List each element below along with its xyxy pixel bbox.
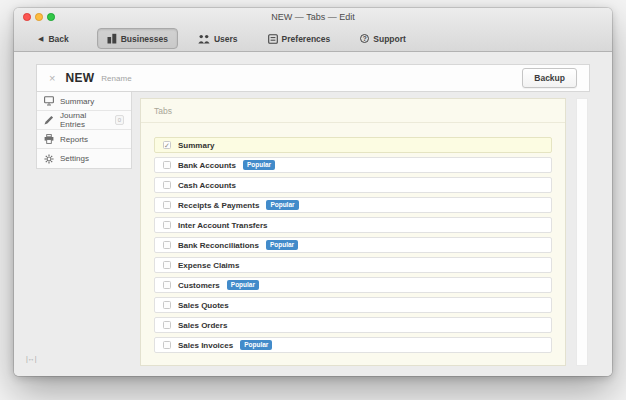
tab-row-label: Sales Quotes: [178, 301, 229, 310]
tab-support-label: Support: [373, 34, 406, 44]
tab-businesses-label: Businesses: [121, 34, 168, 44]
sidebar-item-label: Summary: [60, 97, 94, 106]
scrollbar-track[interactable]: [576, 98, 588, 366]
sidebar-item-reports[interactable]: Reports: [37, 130, 131, 149]
tab-support[interactable]: ? Support: [350, 29, 416, 49]
tab-preferences[interactable]: Preferences: [258, 29, 341, 49]
tabs-panel: Tabs ✓ Summary Bank Accounts Popular Cas…: [140, 98, 566, 366]
tab-users-label: Users: [214, 34, 238, 44]
sidebar: Summary Journal Entries 0 Reports Setti: [36, 92, 132, 169]
tab-row-label: Sales Invoices: [178, 341, 233, 350]
window-title: NEW — Tabs — Edit: [14, 8, 612, 26]
printer-icon: [44, 134, 54, 144]
popular-badge: Popular: [227, 280, 259, 290]
rename-link[interactable]: Rename: [101, 74, 131, 83]
tab-row-bank-reconciliations[interactable]: Bank Reconciliations Popular: [154, 237, 552, 253]
business-name: NEW: [65, 71, 94, 85]
checkbox-icon[interactable]: [163, 281, 171, 289]
tab-row-customers[interactable]: Customers Popular: [154, 277, 552, 293]
tabs-panel-title: Tabs: [141, 99, 565, 123]
tab-row-label: Expense Claims: [178, 261, 239, 270]
support-icon: ?: [360, 34, 369, 43]
tab-row-label: Customers: [178, 281, 220, 290]
tab-row-receipts-payments[interactable]: Receipts & Payments Popular: [154, 197, 552, 213]
titlebar: NEW — Tabs — Edit: [14, 8, 612, 26]
journal-entries-count-badge: 0: [115, 115, 124, 125]
tab-row-label: Bank Accounts: [178, 161, 236, 170]
checkbox-icon[interactable]: [163, 341, 171, 349]
checkbox-icon[interactable]: [163, 161, 171, 169]
users-icon: [198, 34, 210, 44]
back-button[interactable]: ◀ Back: [28, 29, 79, 49]
back-label: Back: [48, 34, 68, 44]
tab-row-sales-quotes[interactable]: Sales Quotes: [154, 297, 552, 313]
business-header: × NEW Rename Backup: [36, 64, 590, 92]
tab-row-sales-orders[interactable]: Sales Orders: [154, 317, 552, 333]
checkbox-checked-icon[interactable]: ✓: [163, 141, 171, 149]
backup-button[interactable]: Backup: [522, 68, 577, 88]
sidebar-item-settings[interactable]: Settings: [37, 149, 131, 168]
content-area: × NEW Rename Backup Summary Journal Entr…: [14, 53, 612, 376]
preferences-icon: [268, 34, 278, 44]
tab-preferences-label: Preferences: [282, 34, 331, 44]
checkbox-icon[interactable]: [163, 301, 171, 309]
close-business-icon[interactable]: ×: [49, 72, 55, 84]
checkbox-icon[interactable]: [163, 321, 171, 329]
tab-users[interactable]: Users: [188, 29, 248, 49]
back-chevron-icon: ◀: [38, 35, 43, 43]
tab-row-label: Inter Account Transfers: [178, 221, 268, 230]
tabs-list: ✓ Summary Bank Accounts Popular Cash Acc…: [141, 123, 565, 353]
tab-row-label: Receipts & Payments: [178, 201, 259, 210]
checkbox-icon[interactable]: [163, 181, 171, 189]
monitor-icon: [44, 96, 54, 106]
sidebar-item-label: Reports: [60, 135, 88, 144]
tab-row-cash-accounts[interactable]: Cash Accounts: [154, 177, 552, 193]
checkbox-icon[interactable]: [163, 261, 171, 269]
tab-row-sales-invoices[interactable]: Sales Invoices Popular: [154, 337, 552, 353]
checkbox-icon[interactable]: [163, 221, 171, 229]
sidebar-item-summary[interactable]: Summary: [37, 92, 131, 111]
sidebar-item-label: Journal Entries: [60, 111, 109, 129]
main-toolbar: ◀ Back Businesses Users Preferences ? Su…: [14, 26, 612, 52]
tab-row-label: Bank Reconciliations: [178, 241, 259, 250]
popular-badge: Popular: [240, 340, 272, 350]
tab-businesses[interactable]: Businesses: [97, 28, 178, 49]
tab-row-inter-account-transfers[interactable]: Inter Account Transfers: [154, 217, 552, 233]
popular-badge: Popular: [266, 200, 298, 210]
buildings-icon: [107, 33, 117, 44]
sidebar-item-label: Settings: [60, 154, 89, 163]
checkbox-icon[interactable]: [163, 241, 171, 249]
checkbox-icon[interactable]: [163, 201, 171, 209]
resize-indicator: |↔|: [26, 355, 37, 362]
popular-badge: Popular: [266, 240, 298, 250]
tab-row-label: Summary: [178, 141, 214, 150]
tab-row-label: Sales Orders: [178, 321, 227, 330]
tab-row-label: Cash Accounts: [178, 181, 236, 190]
tab-row-summary[interactable]: ✓ Summary: [154, 137, 552, 153]
pencil-icon: [44, 115, 54, 125]
tab-row-bank-accounts[interactable]: Bank Accounts Popular: [154, 157, 552, 173]
popular-badge: Popular: [243, 160, 275, 170]
gear-icon: [44, 154, 54, 164]
tab-row-expense-claims[interactable]: Expense Claims: [154, 257, 552, 273]
sidebar-item-journal-entries[interactable]: Journal Entries 0: [37, 111, 131, 130]
app-window: NEW — Tabs — Edit ◀ Back Businesses User…: [14, 8, 612, 376]
